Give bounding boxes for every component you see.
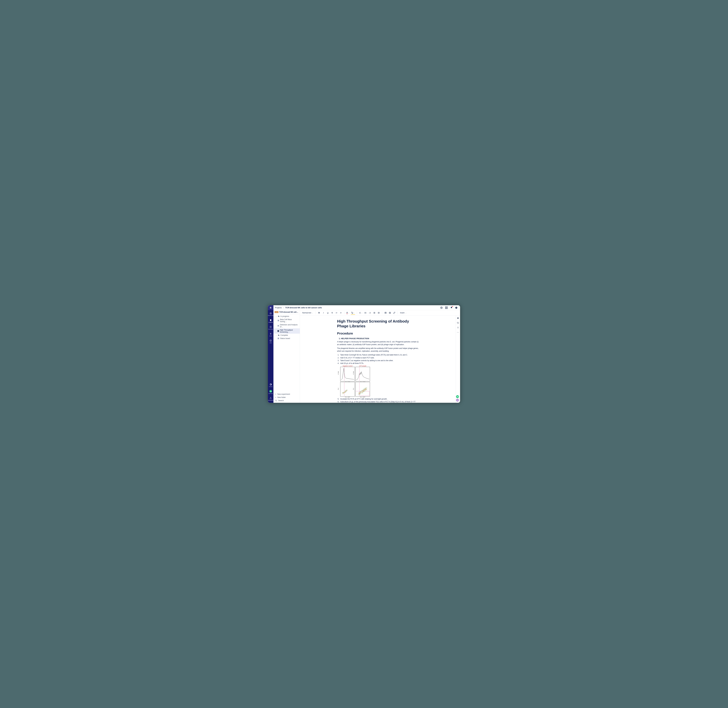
list-item[interactable]: Incubate the FCTs at 37°C with shaking f… xyxy=(337,398,418,400)
align-button[interactable]: ⌄ xyxy=(359,311,363,315)
project-header[interactable]: ACD TCR-dressed NK cells to kill… xyxy=(273,310,300,314)
svg-point-22 xyxy=(365,313,365,313)
ordered-list[interactable]: Incubate the FCTs at 37°C with shaking f… xyxy=(337,398,418,403)
comment-icon[interactable] xyxy=(457,317,459,319)
svg-point-431 xyxy=(366,390,366,390)
nav-label: DNA xyxy=(269,335,272,337)
document-title[interactable]: High Throughput Screening of Antibody Ph… xyxy=(337,319,418,328)
nav-theme[interactable]: Theme xyxy=(269,383,273,387)
app-logo[interactable]: B xyxy=(268,305,273,310)
app-window: B Projects › TCR-dressed NK cells to kil… xyxy=(268,305,460,403)
chevron-down-icon: ⌄ xyxy=(405,312,407,313)
nav-inventory[interactable]: Inventory xyxy=(268,326,273,330)
breadcrumb-root[interactable]: Projects xyxy=(275,306,282,309)
nav-genemod[interactable]: GENEMOD xyxy=(268,397,274,401)
strikethrough-button[interactable]: S xyxy=(330,311,334,315)
svg-point-142 xyxy=(343,392,343,393)
folder-in-progress[interactable]: ⌄ In progress xyxy=(273,315,300,318)
contrast-icon xyxy=(269,383,272,386)
svg-point-195 xyxy=(344,392,344,393)
new-experiment-button[interactable]: + New experiment xyxy=(275,393,298,395)
bold-button[interactable]: B xyxy=(317,311,321,315)
breadcrumb-current[interactable]: TCR-dressed NK cells to kill cancer cell… xyxy=(285,306,322,309)
nav-dna[interactable]: DNA xyxy=(269,332,272,337)
svg-point-569 xyxy=(359,394,359,395)
more-icon[interactable]: ··· xyxy=(457,331,459,334)
numbered-list-button[interactable]: 123 xyxy=(368,311,372,315)
svg-point-554 xyxy=(360,392,360,393)
calculator-icon xyxy=(269,326,272,328)
list-item[interactable]: Take three Corning® 50 mL Falcon centrif… xyxy=(337,354,418,356)
settings-icon[interactable] xyxy=(440,306,443,309)
help-icon[interactable]: ? xyxy=(455,306,458,309)
file-item-selected[interactable]: High Throughput Screening… xyxy=(273,328,300,334)
search-button[interactable]: Search xyxy=(275,400,298,402)
document-icon xyxy=(278,338,279,339)
svg-point-663 xyxy=(358,393,358,393)
notifications-icon[interactable] xyxy=(450,306,453,309)
svg-point-670 xyxy=(359,393,360,393)
paragraph[interactable]: A helper phage is necessary for transfer… xyxy=(337,341,418,346)
editor: Normal text ⌄ B I U S X2 X2 A⌄ ⌄ ⌄ 123 xyxy=(300,310,460,403)
plus-circle-icon xyxy=(269,339,272,342)
nav-dashboard[interactable]: Dashboard xyxy=(268,312,273,316)
indent-button[interactable] xyxy=(377,311,381,315)
folder-icon xyxy=(278,334,279,336)
nav-account[interactable]: JM Account xyxy=(269,390,273,394)
list-item[interactable]: Subculture 20 µL of the previously inocu… xyxy=(337,400,418,403)
text-color-button[interactable]: A⌄ xyxy=(346,311,350,315)
svg-point-20 xyxy=(365,312,365,312)
list-item[interactable]: Add 5 mL of 2× YT media to each FCT tube… xyxy=(337,357,418,359)
svg-point-633 xyxy=(363,391,364,392)
subscript-button[interactable]: X2 xyxy=(339,311,343,315)
folder-complete[interactable]: › Complete xyxy=(273,334,300,337)
top-bar: B Projects › TCR-dressed NK cells to kil… xyxy=(268,305,460,310)
file-item-status[interactable]: Status board xyxy=(273,337,300,340)
link-button[interactable] xyxy=(392,311,396,315)
svg-rect-4 xyxy=(270,319,271,319)
insert-dropdown[interactable]: Insert ⌄ xyxy=(399,312,407,314)
svg-point-581 xyxy=(362,392,363,392)
presence-avatar[interactable]: JM xyxy=(456,395,459,398)
highlight-button[interactable]: ⌄ xyxy=(350,311,355,315)
heading-procedure[interactable]: Procedure xyxy=(337,332,418,335)
underline-button[interactable]: U xyxy=(326,311,330,315)
lightbulb-icon[interactable] xyxy=(457,326,459,329)
svg-point-629 xyxy=(364,389,364,389)
svg-point-678 xyxy=(363,390,363,390)
apps-grid-icon[interactable] xyxy=(445,306,448,309)
svg-point-614 xyxy=(366,389,366,390)
outdent-button[interactable] xyxy=(372,311,376,315)
paragraph-style-dropdown[interactable]: Normal text ⌄ xyxy=(301,312,314,314)
presence-avatar[interactable]: LH xyxy=(456,399,459,402)
new-folder-button[interactable]: + New folder xyxy=(275,396,298,398)
nav-add[interactable]: Add xyxy=(269,339,272,344)
file-label: Detection and Analysis of… xyxy=(280,324,299,328)
bullet-list-button[interactable] xyxy=(364,311,368,315)
list-item[interactable]: Take B and C as negative controls by add… xyxy=(337,359,418,362)
file-item[interactable]: Detection and Analysis of… xyxy=(273,323,300,328)
paragraph[interactable]: The phagemid libraries are amplified alo… xyxy=(337,347,418,353)
image-button[interactable] xyxy=(388,311,392,315)
file-item[interactable]: Beta Cell Mass during… xyxy=(273,318,300,323)
svg-rect-3 xyxy=(270,319,271,321)
italic-button[interactable]: I xyxy=(321,311,325,315)
history-icon[interactable] xyxy=(457,322,459,324)
table-button[interactable] xyxy=(384,311,388,315)
section-heading[interactable]: 1. HELPER PHAGE PRODUCTION xyxy=(339,337,418,339)
nav-label: GENEMOD xyxy=(268,400,274,401)
nav-projects[interactable]: Projects xyxy=(269,319,273,323)
svg-point-572 xyxy=(360,392,360,392)
svg-point-586 xyxy=(365,391,365,391)
svg-point-44 xyxy=(389,312,390,313)
ordered-list[interactable]: Take three Corning® 50 mL Falcon centrif… xyxy=(337,354,418,365)
nav-label: Theme xyxy=(269,386,273,387)
list-item[interactable]: Add 20 µL of to all three FCTs. xyxy=(337,362,418,365)
document-scroll[interactable]: High Throughput Screening of Antibody Ph… xyxy=(300,315,456,403)
svg-point-667 xyxy=(366,388,366,388)
clipboard-icon xyxy=(269,319,272,321)
superscript-button[interactable]: X2 xyxy=(334,311,339,315)
document-body[interactable]: High Throughput Screening of Antibody Ph… xyxy=(337,319,418,399)
svg-point-563 xyxy=(364,390,365,391)
file-label: High Throughput Screening… xyxy=(280,329,299,333)
